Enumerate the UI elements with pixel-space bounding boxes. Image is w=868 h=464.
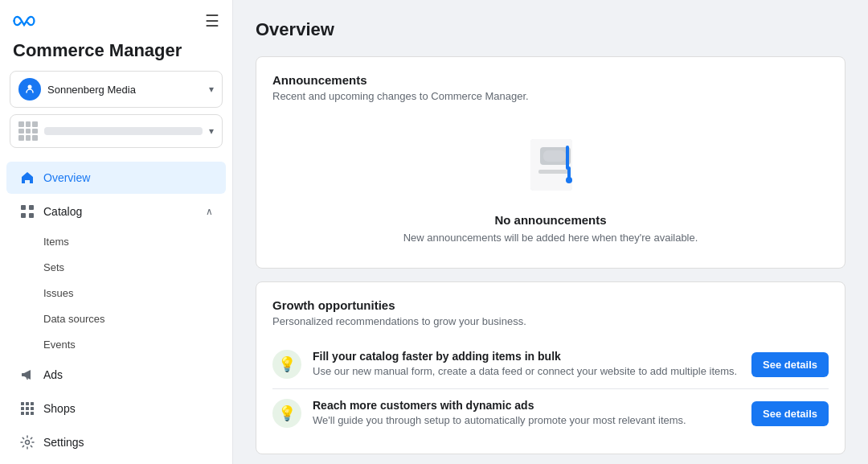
account-selector[interactable]: Sonnenberg Media ▾ xyxy=(10,71,223,108)
no-announcements-title: No announcements xyxy=(494,213,606,227)
sidebar-item-overview-label: Overview xyxy=(43,171,213,184)
growth-item-0-desc: Use our new manual form, create a data f… xyxy=(313,365,740,377)
main-content: Overview Announcements Recent and upcomi… xyxy=(233,0,868,464)
paint-roller-illustration xyxy=(514,131,587,203)
account-chevron-icon: ▾ xyxy=(209,84,214,95)
sidebar-item-shops-label: Shops xyxy=(43,402,213,415)
svg-rect-14 xyxy=(31,412,34,415)
svg-rect-5 xyxy=(29,213,34,218)
lightbulb-icon: 💡 xyxy=(278,355,296,373)
svg-point-23 xyxy=(566,177,572,183)
sidebar-item-data-sources[interactable]: Data sources xyxy=(6,306,226,331)
svg-rect-4 xyxy=(21,213,26,218)
svg-rect-21 xyxy=(538,170,571,174)
catalog-grid-icon xyxy=(18,121,38,141)
page-title: Overview xyxy=(256,19,845,40)
hamburger-button[interactable]: ☰ xyxy=(205,11,219,31)
catalog-label xyxy=(44,127,203,135)
sidebar-item-settings-label: Settings xyxy=(43,436,213,449)
svg-rect-7 xyxy=(26,402,29,405)
svg-point-1 xyxy=(28,85,32,89)
svg-rect-13 xyxy=(26,412,29,415)
growth-card: Growth opportunities Personalized recomm… xyxy=(256,281,845,454)
shop-icon xyxy=(19,400,35,417)
growth-title: Growth opportunities xyxy=(272,298,829,312)
meta-logo xyxy=(13,14,35,28)
sidebar-header: ☰ xyxy=(0,0,232,37)
events-label: Events xyxy=(43,339,76,351)
growth-item-1-desc: We'll guide you through setup to automat… xyxy=(313,414,740,426)
catalog-submenu: Items Sets Issues Data sources Events xyxy=(6,228,226,358)
sidebar-item-issues[interactable]: Issues xyxy=(6,281,226,306)
growth-item-1-button[interactable]: See details xyxy=(751,401,829,426)
svg-rect-11 xyxy=(31,407,34,410)
issues-label: Issues xyxy=(43,287,74,299)
sidebar-item-overview[interactable]: Overview xyxy=(6,162,226,194)
items-label: Items xyxy=(43,236,69,248)
svg-rect-10 xyxy=(26,407,29,410)
svg-rect-2 xyxy=(21,205,26,210)
growth-item-0-button[interactable]: See details xyxy=(751,352,829,377)
sidebar-item-settings[interactable]: Settings xyxy=(6,426,226,458)
svg-rect-8 xyxy=(31,402,34,405)
grid-icon xyxy=(19,203,35,220)
sidebar-item-catalog-label: Catalog xyxy=(43,205,198,218)
account-name: Sonnenberg Media xyxy=(47,84,203,96)
growth-item-0: 💡 Fill your catalog faster by adding ite… xyxy=(272,340,829,388)
sidebar-item-catalog[interactable]: Catalog ∧ xyxy=(6,195,226,228)
sidebar-item-sets[interactable]: Sets xyxy=(6,255,226,280)
gear-icon xyxy=(19,434,35,450)
announcements-subtitle: Recent and upcoming changes to Commerce … xyxy=(272,90,829,102)
no-announcements-subtitle: New announcements will be added here whe… xyxy=(403,232,698,244)
svg-rect-3 xyxy=(29,205,34,210)
app-title: Commerce Manager xyxy=(0,37,232,71)
svg-point-15 xyxy=(26,441,30,445)
sidebar: ☰ Commerce Manager Sonnenberg Media ▾ ▾ xyxy=(0,0,233,464)
catalog-expand-icon: ∧ xyxy=(206,206,213,217)
sidebar-item-ads-label: Ads xyxy=(43,368,213,381)
megaphone-icon xyxy=(19,367,35,383)
announcements-card: Announcements Recent and upcoming change… xyxy=(256,56,845,269)
sidebar-item-items[interactable]: Items xyxy=(6,229,226,254)
catalog-selector[interactable]: ▾ xyxy=(10,114,223,148)
growth-item-1-icon: 💡 xyxy=(272,399,301,428)
meta-logo-icon xyxy=(13,14,35,28)
announcements-title: Announcements xyxy=(272,73,829,87)
svg-rect-20 xyxy=(543,150,566,162)
growth-item-1-text: Reach more customers with dynamic ads We… xyxy=(313,399,740,426)
sidebar-item-events[interactable]: Events xyxy=(6,332,226,357)
growth-item-1-title: Reach more customers with dynamic ads xyxy=(313,399,740,412)
growth-item-1: 💡 Reach more customers with dynamic ads … xyxy=(272,388,829,437)
growth-item-0-title: Fill your catalog faster by adding items… xyxy=(313,350,740,363)
svg-rect-9 xyxy=(21,407,24,410)
lightbulb-icon-2: 💡 xyxy=(278,404,296,422)
catalog-chevron-icon: ▾ xyxy=(209,125,214,137)
home-icon xyxy=(19,170,35,186)
announcements-empty-state: No announcements New announcements will … xyxy=(272,115,829,252)
sidebar-item-ads[interactable]: Ads xyxy=(6,359,226,391)
account-avatar xyxy=(18,78,41,101)
growth-item-0-icon: 💡 xyxy=(272,350,301,379)
svg-rect-12 xyxy=(21,412,24,415)
growth-item-0-text: Fill your catalog faster by adding items… xyxy=(313,350,740,377)
sidebar-item-shops[interactable]: Shops xyxy=(6,392,226,425)
svg-rect-6 xyxy=(21,402,24,405)
growth-subtitle: Personalized recommendations to grow you… xyxy=(272,315,829,327)
sets-label: Sets xyxy=(43,261,64,273)
svg-rect-19 xyxy=(566,146,569,170)
data-sources-label: Data sources xyxy=(43,313,105,325)
